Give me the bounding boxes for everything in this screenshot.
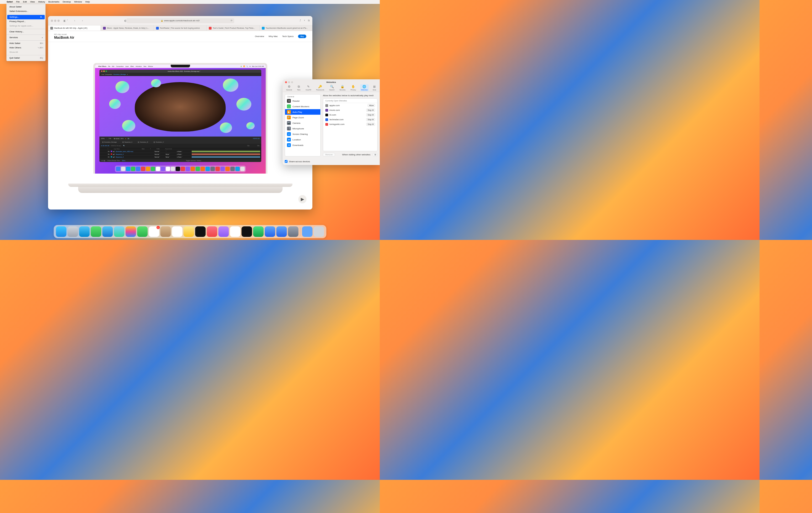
sidebar-item-microphone[interactable]: 🎤Microphone <box>285 126 320 131</box>
dock-app-podcasts[interactable] <box>218 226 229 237</box>
safari-extensions-item[interactable]: Safari Extensions... <box>7 9 45 14</box>
hide-safari-item[interactable]: Hide Safari⌘H <box>7 41 45 46</box>
website-name: techradar.com <box>329 118 365 121</box>
browser-tab[interactable]: Tom's Guide | Tech Product Reviews, Top … <box>207 25 259 31</box>
website-row[interactable]: imore.comStop M <box>323 108 377 112</box>
autoplay-select[interactable]: Stop M <box>366 118 375 121</box>
buy-button[interactable]: Buy <box>298 34 306 38</box>
dock-app-news[interactable] <box>230 226 240 237</box>
browser-tab[interactable]: iMore - Apple News, Reviews, Deals, & He… <box>101 25 153 31</box>
view-menu[interactable]: View <box>28 0 36 4</box>
dock-downloads[interactable] <box>302 226 312 237</box>
new-tab-icon[interactable]: + <box>304 19 305 22</box>
macbook-air-image: After Effects FileEditCompositionLayerEf… <box>78 63 283 193</box>
help-menu[interactable]: Help <box>84 0 91 4</box>
history-menu[interactable]: History <box>36 0 47 4</box>
settings-tab-autofill[interactable]: ✎AutoFill <box>304 84 312 91</box>
show-all-item: Show All <box>7 50 45 54</box>
sidebar-item-reader[interactable]: ☰Reader <box>285 98 320 104</box>
sidebar-item-content-blockers[interactable]: ◯Content Blockers <box>285 104 320 109</box>
dock-app-launchpad[interactable] <box>67 226 78 237</box>
file-menu[interactable]: File <box>14 0 21 4</box>
website-row[interactable]: tomsguide.comStop M <box>323 122 377 127</box>
quit-safari-item[interactable]: Quit Safari⌘Q <box>7 56 45 60</box>
favicon <box>50 27 53 30</box>
edit-menu[interactable]: Edit <box>21 0 28 4</box>
window-menu[interactable]: Window <box>72 0 83 4</box>
sidebar-item-screen-sharing[interactable]: ⎚Screen Sharing <box>285 131 320 137</box>
website-row[interactable]: t3.comStop M <box>323 112 377 117</box>
autoplay-select[interactable]: Stop M <box>366 109 375 112</box>
clear-history-item[interactable]: Clear History... <box>7 30 45 34</box>
dock-app-maps[interactable] <box>114 226 124 237</box>
sidebar-item-location[interactable]: ➤Location <box>285 137 320 142</box>
dock-app-facetime[interactable] <box>137 226 147 237</box>
sidebar-item-downloads[interactable]: ⬇Downloads <box>285 142 320 148</box>
settings-tab-privacy[interactable]: ✋Privacy <box>350 84 357 91</box>
website-row[interactable]: apple.comAllow <box>323 103 377 108</box>
remove-button[interactable]: Remove <box>323 153 335 157</box>
dock-app-calendar[interactable]: 1 <box>149 226 159 237</box>
dock-app-notes[interactable] <box>183 226 194 237</box>
back-button[interactable]: ‹ <box>72 19 77 23</box>
dock-app-stocks[interactable] <box>241 226 252 237</box>
dock-app-safari[interactable] <box>79 226 89 237</box>
share-label: Share across devices <box>289 160 310 163</box>
dock-app-music[interactable] <box>207 226 217 237</box>
settings-tab-security[interactable]: 🔒Security <box>339 84 346 91</box>
browser-tab[interactable]: Touchscreen MacBooks sound great but an … <box>260 25 312 31</box>
sidebar-button[interactable]: ◧ ˅ <box>63 19 68 22</box>
settings-tab-tabs[interactable]: ⧉Tabs <box>296 84 301 91</box>
settings-tab-passwords[interactable]: 🔑Passwords <box>315 84 325 91</box>
safari-toolbar: ◧ ˅ ‹ › ◐ 🔒 www.apple.com/uk/macbook-air… <box>48 16 312 25</box>
dock-app-tv[interactable] <box>195 226 205 237</box>
dock-app-finder[interactable] <box>56 226 66 237</box>
play-button[interactable]: ▶ <box>298 195 306 203</box>
settings-tab-search[interactable]: 🔍Search <box>328 84 335 91</box>
autoplay-select[interactable]: Stop M <box>366 113 375 116</box>
safari-menu[interactable]: Safari <box>5 0 14 4</box>
share-icon[interactable]: ⤴ <box>300 19 301 22</box>
traffic-lights[interactable] <box>51 20 60 22</box>
website-row[interactable]: techradar.comStop M <box>323 117 377 122</box>
sidebar-item-auto-play[interactable]: ▶Auto-Play <box>285 109 320 115</box>
sidebar-item-camera[interactable]: 📷Camera <box>285 120 320 126</box>
localnav-eyebrow: M2 chip model <box>54 33 74 35</box>
localnav-techspecs[interactable]: Tech Specs <box>282 35 294 37</box>
localnav-whymac[interactable]: Why Mac <box>268 35 278 37</box>
reload-icon[interactable]: ⟳ <box>231 19 233 22</box>
settings-tab-general[interactable]: ⚙General <box>285 84 293 91</box>
dock-app-reminders[interactable] <box>172 226 182 237</box>
share-across-devices-checkbox[interactable] <box>285 160 288 163</box>
browser-tab[interactable]: MacBook Air with M2 chip - Apple (UK) <box>48 25 101 31</box>
autoplay-select[interactable]: Allow <box>368 104 375 107</box>
dock-app-keynote[interactable] <box>265 226 275 237</box>
address-bar[interactable]: 🔒 www.apple.com/uk/macbook-air-m2/ ⟳ <box>126 18 234 23</box>
services-item[interactable]: Services▸ <box>7 35 45 40</box>
dock-app-contacts[interactable] <box>160 226 171 237</box>
dock-app-settings[interactable] <box>288 226 298 237</box>
localnav-overview[interactable]: Overview <box>255 35 264 37</box>
develop-menu[interactable]: Develop <box>61 0 72 4</box>
dock-app-photos[interactable] <box>125 226 136 237</box>
dock-app-messages[interactable] <box>91 226 101 237</box>
dock-app-appstore[interactable] <box>276 226 287 237</box>
tabs-overview-icon[interactable]: ⧉ <box>308 19 310 22</box>
settings-item[interactable]: Settings...⌘ , <box>7 15 45 19</box>
autoplay-select[interactable]: Stop M <box>366 123 375 126</box>
tab-strip: MacBook Air with M2 chip - Apple (UK)iMo… <box>48 25 312 31</box>
dock-trash[interactable] <box>314 226 324 237</box>
dock-app-mail[interactable] <box>102 226 113 237</box>
visiting-select[interactable]: St <box>373 153 378 156</box>
about-safari-item[interactable]: About Safari <box>7 5 45 9</box>
sidebar-item-page-zoom[interactable]: 🔍Page Zoom <box>285 115 320 120</box>
forward-button[interactable]: › <box>80 19 85 23</box>
hide-others-item[interactable]: Hide Others⌥⌘H <box>7 46 45 50</box>
apple-local-nav: M2 chip model MacBook Air Overview Why M… <box>48 31 312 42</box>
settings-tab-websites[interactable]: 🌐Websites <box>360 84 369 91</box>
privacy-report-item[interactable]: Privacy Report... <box>7 19 45 24</box>
settings-tab-exte[interactable]: ⊞Exte <box>372 84 377 91</box>
bookmarks-menu[interactable]: Bookmarks <box>47 0 61 4</box>
browser-tab[interactable]: TechRadar | The source for tech buying a… <box>154 25 207 31</box>
dock-app-numbers[interactable] <box>253 226 263 237</box>
